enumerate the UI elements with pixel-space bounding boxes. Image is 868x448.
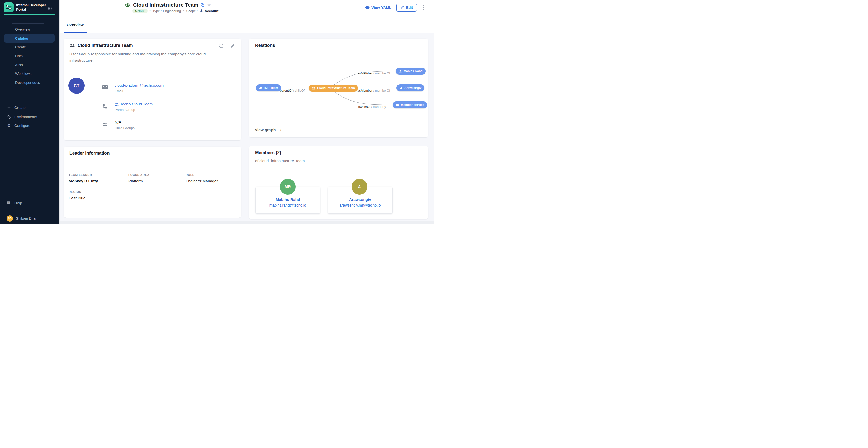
sidebar-nav: Overview Catalog Create Docs APIs Workfl…: [0, 25, 59, 87]
field-label-role: ROLE: [186, 173, 194, 177]
pencil-icon: [400, 6, 404, 9]
child-groups-value: N/A: [115, 120, 134, 125]
service-node-icon: [396, 103, 399, 106]
sidebar-item-docs[interactable]: Docs: [4, 52, 55, 60]
child-groups-row: N/A Child Groups: [102, 120, 134, 130]
scope-value: Account: [200, 9, 218, 13]
members-card: Members (2) of cloud_infrastructure_team…: [249, 146, 428, 219]
brand-accent-divider: [4, 14, 55, 15]
user-node-icon: [399, 70, 402, 73]
sidebar-help[interactable]: ? Help: [4, 199, 55, 207]
app-logo-icon: [4, 2, 14, 12]
group-entity-icon: [125, 2, 130, 7]
layers-icon: [200, 9, 203, 13]
arrow-right-icon: →: [278, 127, 282, 132]
sidebar-action-environments[interactable]: Environments: [4, 113, 55, 121]
graph-node-arawsengiv[interactable]: Arawsengiv: [397, 85, 424, 92]
team-description: User Group responsible for building and …: [69, 51, 211, 63]
copy-icon[interactable]: [201, 3, 205, 7]
relations-card: Relations IDP Team: [249, 38, 428, 137]
members-title: Members (2): [255, 150, 281, 155]
view-yaml-button[interactable]: View YAML: [365, 5, 392, 10]
hierarchy-icon: [102, 102, 108, 112]
email-link[interactable]: cloud-platform@techco.com: [115, 83, 163, 88]
app-window: Internal Developer Portal Overview Catal…: [0, 0, 434, 224]
member-email-link[interactable]: arawsengiv.mh@techo.io: [328, 203, 393, 207]
team-avatar: CT: [68, 77, 85, 94]
sidebar-item-apis[interactable]: APIs: [4, 61, 55, 69]
sidebar-action-configure[interactable]: ⚙ Configure: [4, 121, 55, 130]
favorite-star-icon[interactable]: ★: [207, 3, 211, 7]
field-label-region: REGION: [69, 190, 82, 193]
edge-label-parentof: parentOf / childOf: [280, 89, 305, 93]
graph-node-mabihs-rahd[interactable]: Mabihs Rahd: [396, 68, 426, 75]
brand-title: Internal Developer Portal: [16, 3, 47, 12]
more-options-kebab-icon[interactable]: [422, 3, 425, 12]
apps-grid-icon[interactable]: [48, 6, 52, 11]
sidebar-item-workflows[interactable]: Workflows: [4, 69, 55, 78]
gear-icon: ⚙: [7, 123, 11, 128]
content-bottom-strip: [60, 221, 434, 224]
email-row: cloud-platform@techco.com Email: [102, 83, 163, 93]
brand-header: Internal Developer Portal: [0, 0, 59, 14]
group-mini-icon: [115, 103, 119, 106]
leader-card-title: Leader Information: [69, 151, 110, 156]
leader-info-card: Leader Information TEAM LEADER Monkey D …: [64, 147, 241, 218]
team-info-card: Cloud Infrastructure Team User Group res…: [64, 38, 241, 140]
edit-button[interactable]: Edit: [397, 4, 417, 12]
refresh-icon[interactable]: [218, 43, 224, 49]
sidebar-section-divider: [4, 100, 54, 100]
member-avatar-a: A: [351, 179, 367, 195]
user-name: Shibam Dhar: [16, 216, 37, 220]
team-card-title: Cloud Infrastructure Team: [78, 43, 133, 48]
user-node-icon: [400, 87, 403, 90]
field-label-focus-area: FOCUS AREA: [128, 173, 150, 177]
sidebar: Internal Developer Portal Overview Catal…: [0, 0, 59, 224]
entity-header: Cloud Infrastructure Team ★ Group • Type…: [60, 0, 434, 15]
view-graph-link[interactable]: View graph →: [255, 127, 282, 132]
sidebar-item-overview[interactable]: Overview: [4, 25, 55, 34]
graph-node-idp-team[interactable]: IDP Team: [256, 85, 281, 92]
kind-badge: Group: [132, 9, 148, 13]
hexagons-icon: [7, 115, 11, 119]
group-node-icon: [312, 87, 315, 90]
graph-node-member-service[interactable]: member-service: [393, 101, 427, 108]
content-area: Cloud Infrastructure Team User Group res…: [60, 33, 434, 224]
member-name-link[interactable]: Arawsengiv: [328, 197, 393, 202]
people-icon: [69, 43, 75, 47]
sidebar-item-create[interactable]: Create: [4, 43, 55, 52]
svg-text:?: ?: [8, 201, 9, 204]
tab-bar: Overview: [60, 15, 434, 33]
members-subtitle: of cloud_infrastructure_team: [255, 159, 305, 163]
member-avatar-mr: MR: [280, 179, 296, 195]
user-menu[interactable]: SD Shibam Dhar: [4, 214, 56, 223]
tab-overview[interactable]: Overview: [64, 15, 87, 33]
page-title: Cloud Infrastructure Team: [133, 2, 198, 8]
help-chat-icon: ?: [7, 201, 11, 205]
edge-label-ownerof: ownerOf / ownedBy: [358, 105, 386, 109]
sidebar-action-create[interactable]: Create: [4, 103, 55, 112]
field-label-team-leader: TEAM LEADER: [69, 173, 92, 177]
eye-icon: [365, 6, 370, 9]
user-avatar: SD: [7, 215, 13, 222]
field-value-role: Engineer Manager: [186, 179, 218, 184]
field-value-focus-area: Platform: [128, 179, 143, 184]
sidebar-item-developer-docs[interactable]: Developer docs: [4, 78, 55, 87]
graph-node-cloud-infrastructure-team[interactable]: Cloud Infrastructure Team: [309, 85, 358, 92]
edge-label-hasmember-top: hasMember / memberOf: [356, 72, 390, 75]
type-label: Type : Engineering: [153, 9, 181, 13]
parent-group-link[interactable]: Techo Cloud Team: [120, 102, 153, 106]
group-node-icon: [259, 87, 262, 90]
edit-description-pencil-icon[interactable]: [230, 43, 235, 48]
email-icon: [102, 83, 108, 93]
plus-icon: [7, 105, 11, 110]
people-icon: [102, 120, 108, 130]
field-value-region: East Blue: [69, 196, 86, 200]
member-email-link[interactable]: mabihs.rahd@techo.io: [255, 203, 320, 207]
member-name-link[interactable]: Mabihs Rahd: [255, 197, 320, 202]
nav-divider: [12, 23, 44, 24]
field-value-team-leader: Monkey D Luffy: [69, 179, 98, 184]
parent-group-row: Techo Cloud Team Parent Group: [102, 102, 153, 112]
edge-label-hasmember-mid: hasMember / memberOf: [356, 89, 390, 93]
sidebar-item-catalog[interactable]: Catalog: [4, 34, 55, 42]
